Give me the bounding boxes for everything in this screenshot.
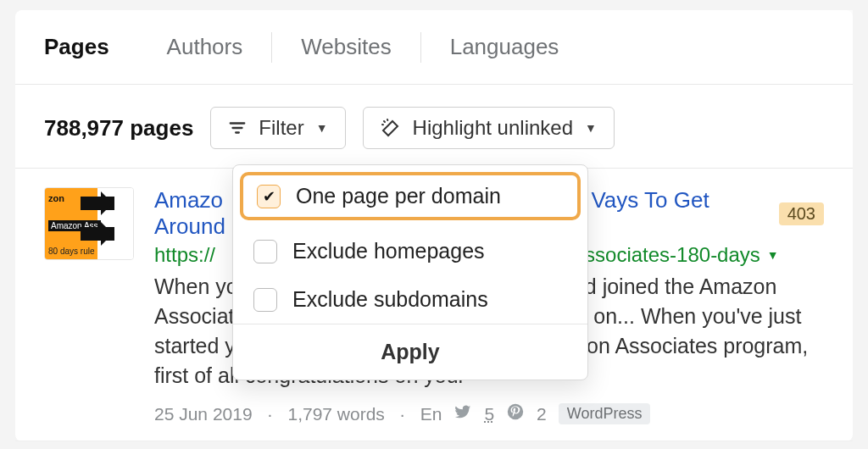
filter-button[interactable]: Filter ▼ — [210, 107, 345, 149]
highlight-unlinked-button[interactable]: Highlight unlinked ▼ — [363, 107, 615, 149]
thumb-text: 80 days rule — [48, 247, 94, 256]
filter-dropdown: One page per domain Exclude homepages Ex… — [232, 164, 588, 380]
option-label: Exclude homepages — [292, 239, 485, 263]
url-right: ssociates-180-days — [585, 243, 760, 267]
tab-label: Pages — [44, 34, 109, 60]
caret-down-icon: ▼ — [316, 121, 328, 135]
pinterest-count[interactable]: 2 — [537, 404, 547, 424]
tabs-bar: Pages Authors Websites Languages — [15, 10, 853, 85]
checkbox-icon[interactable] — [253, 288, 277, 312]
result-language: En — [420, 404, 442, 424]
url-left: https:// — [154, 243, 215, 267]
filter-label: Filter — [259, 116, 303, 140]
status-badge: 403 — [779, 202, 824, 225]
tab-authors[interactable]: Authors — [138, 10, 272, 85]
pinterest-icon[interactable] — [506, 402, 525, 425]
platform-tag: WordPress — [559, 403, 651, 424]
filter-icon — [228, 119, 247, 137]
filter-option-exclude-subdomains[interactable]: Exclude subdomains — [233, 275, 587, 324]
option-label: One page per domain — [296, 184, 501, 208]
option-label: Exclude subdomains — [292, 287, 488, 312]
result-thumbnail[interactable]: zon Amazon Ass 80 days rule — [44, 187, 134, 260]
dot-separator — [397, 404, 409, 424]
content-card: Pages Authors Websites Languages 788,977… — [15, 10, 853, 441]
filter-option-exclude-homepages[interactable]: Exclude homepages — [233, 227, 587, 275]
results-count: 788,977 pages — [44, 115, 193, 141]
tab-label: Authors — [167, 34, 243, 60]
apply-label: Apply — [381, 340, 439, 363]
apply-button[interactable]: Apply — [233, 324, 587, 380]
title-left: Amazo — [154, 187, 223, 213]
arrow-icon — [81, 197, 114, 210]
magic-wand-icon — [381, 118, 401, 138]
tab-languages[interactable]: Languages — [421, 10, 588, 85]
highlight-label: Highlight unlinked — [413, 116, 573, 140]
result-word-count: 1,797 words — [287, 404, 384, 424]
tab-websites[interactable]: Websites — [272, 10, 420, 85]
result-meta: 25 Jun 2019 1,797 words En 5 2 WordPress — [154, 402, 824, 425]
thumb-text: zon — [48, 193, 64, 203]
tab-label: Websites — [301, 34, 391, 60]
checkbox-icon[interactable] — [253, 240, 277, 263]
twitter-icon[interactable] — [453, 402, 472, 425]
caret-down-icon: ▼ — [585, 121, 597, 135]
tab-label: Languages — [450, 34, 559, 60]
checkbox-checked-icon[interactable] — [257, 185, 281, 208]
toolbar: 788,977 pages Filter ▼ Highlight unlinke… — [15, 85, 853, 168]
twitter-count[interactable]: 5 — [484, 404, 494, 424]
dot-separator — [264, 404, 276, 424]
filter-option-one-per-domain[interactable]: One page per domain — [240, 172, 581, 220]
arrow-icon — [81, 227, 114, 241]
caret-down-icon[interactable]: ▼ — [767, 248, 779, 262]
result-date: 25 Jun 2019 — [154, 404, 253, 424]
tab-pages[interactable]: Pages — [15, 10, 138, 85]
